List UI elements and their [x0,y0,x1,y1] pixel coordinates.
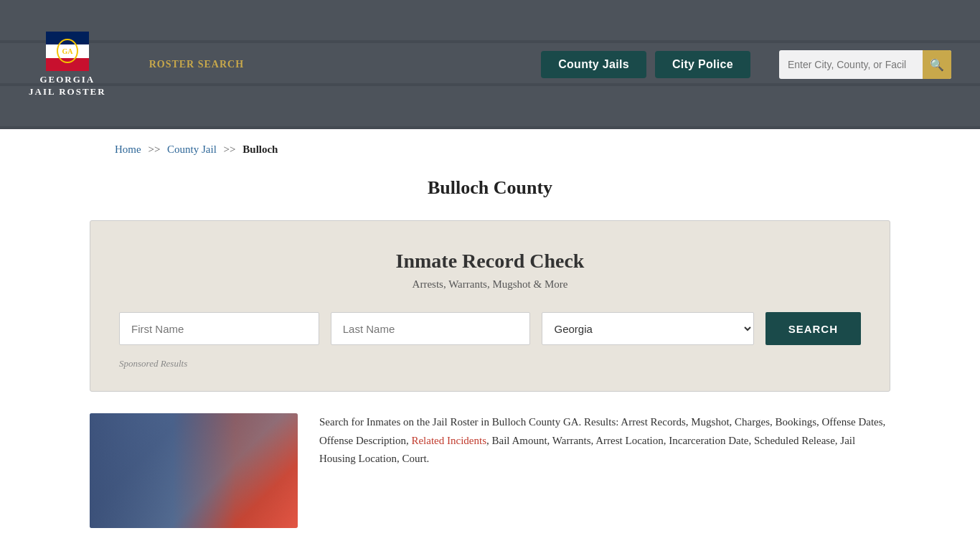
county-description: Search for Inmates on the Jail Roster in… [319,413,890,528]
last-name-input[interactable] [331,312,531,345]
page-title: Bulloch County [0,177,980,199]
breadcrumb-county-jail[interactable]: County Jail [167,143,217,155]
state-select[interactable]: AlabamaAlaskaArizonaArkansasCaliforniaCo… [542,312,753,345]
county-image-inner [90,413,298,528]
hero-header: GA GEORGIA JAIL ROSTER ROSTER SEARCH Cou… [0,0,980,129]
breadcrumb-home[interactable]: Home [115,143,141,155]
svg-text:GA: GA [62,47,73,55]
nav-buttons: County Jails City Police [541,51,750,78]
breadcrumb-sep-2: >> [224,143,236,155]
roster-search-link[interactable]: ROSTER SEARCH [149,59,244,70]
georgia-flag-icon: GA [46,32,89,71]
nav-area: ROSTER SEARCH County Jails City Police 🔍 [149,50,951,79]
site-logo: GA GEORGIA JAIL ROSTER [29,32,106,98]
search-icon: 🔍 [930,58,944,72]
svg-rect-3 [46,58,89,71]
breadcrumb-current: Bulloch [242,143,278,155]
header-search-bar: 🔍 [779,50,951,79]
city-police-button[interactable]: City Police [655,51,750,78]
inmate-record-subtitle: Arrests, Warrants, Mugshot & More [119,278,861,291]
inmate-search-button[interactable]: SEARCH [765,312,861,345]
county-image [90,413,298,528]
inmate-search-form: AlabamaAlaskaArizonaArkansasCaliforniaCo… [119,312,861,345]
breadcrumb: Home >> County Jail >> Bulloch [0,129,980,170]
header-search-button[interactable]: 🔍 [923,50,951,79]
svg-rect-1 [46,32,89,44]
inmate-record-title: Inmate Record Check [119,250,861,273]
first-name-input[interactable] [119,312,319,345]
sponsored-results-label: Sponsored Results [119,358,861,369]
logo-text: GEORGIA JAIL ROSTER [29,74,106,98]
bottom-content-area: Search for Inmates on the Jail Roster in… [90,413,890,550]
inmate-record-box: Inmate Record Check Arrests, Warrants, M… [90,220,890,392]
header-search-input[interactable] [779,59,923,70]
county-jails-button[interactable]: County Jails [541,51,646,78]
highlight-text: Related Incidents [411,435,486,446]
breadcrumb-sep-1: >> [148,143,160,155]
